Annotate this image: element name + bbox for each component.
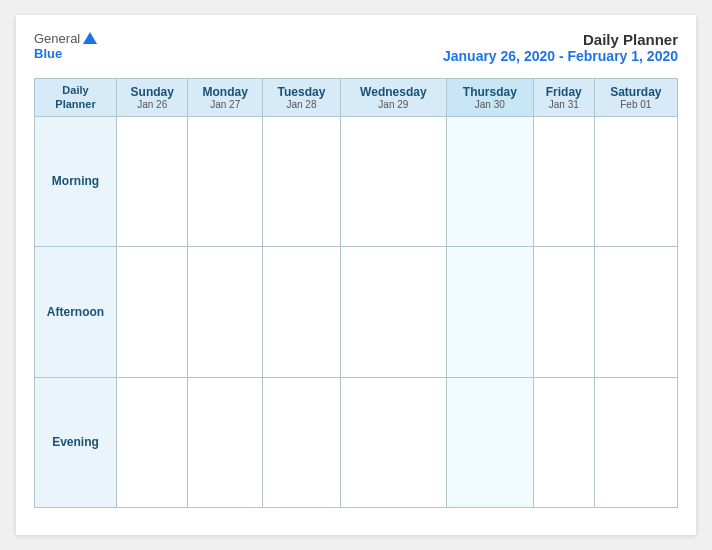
day-name-friday: Friday xyxy=(536,85,592,99)
cell-evening-wednesday[interactable] xyxy=(341,377,447,507)
th-day-tuesday: TuesdayJan 28 xyxy=(262,79,340,117)
row-afternoon: Afternoon xyxy=(35,247,678,377)
calendar-table: DailyPlanner SundayJan 26MondayJan 27Tue… xyxy=(34,78,678,508)
cell-afternoon-tuesday[interactable] xyxy=(262,247,340,377)
day-date-wednesday: Jan 29 xyxy=(343,99,444,110)
time-label-morning: Morning xyxy=(35,116,117,246)
cell-morning-tuesday[interactable] xyxy=(262,116,340,246)
th-day-thursday: ThursdayJan 30 xyxy=(446,79,533,117)
cell-evening-thursday[interactable] xyxy=(446,377,533,507)
cell-morning-thursday[interactable] xyxy=(446,116,533,246)
day-date-monday: Jan 27 xyxy=(190,99,259,110)
cell-evening-sunday[interactable] xyxy=(117,377,188,507)
page: General Blue Daily Planner January 26, 2… xyxy=(16,15,696,535)
day-name-monday: Monday xyxy=(190,85,259,99)
day-date-tuesday: Jan 28 xyxy=(265,99,338,110)
page-title: Daily Planner xyxy=(443,31,678,48)
th-day-wednesday: WednesdayJan 29 xyxy=(341,79,447,117)
cell-afternoon-thursday[interactable] xyxy=(446,247,533,377)
th-day-saturday: SaturdayFeb 01 xyxy=(594,79,677,117)
cell-evening-friday[interactable] xyxy=(533,377,594,507)
title-area: Daily Planner January 26, 2020 - Februar… xyxy=(443,31,678,64)
cell-evening-monday[interactable] xyxy=(188,377,262,507)
day-date-friday: Jan 31 xyxy=(536,99,592,110)
row-evening: Evening xyxy=(35,377,678,507)
day-date-saturday: Feb 01 xyxy=(597,99,675,110)
header-row: DailyPlanner SundayJan 26MondayJan 27Tue… xyxy=(35,79,678,117)
logo-text: General xyxy=(34,31,97,46)
cell-evening-tuesday[interactable] xyxy=(262,377,340,507)
cell-afternoon-wednesday[interactable] xyxy=(341,247,447,377)
date-range: January 26, 2020 - February 1, 2020 xyxy=(443,48,678,64)
cell-morning-sunday[interactable] xyxy=(117,116,188,246)
th-day-sunday: SundayJan 26 xyxy=(117,79,188,117)
logo-triangle-icon xyxy=(83,32,97,44)
day-name-saturday: Saturday xyxy=(597,85,675,99)
cell-morning-monday[interactable] xyxy=(188,116,262,246)
cell-afternoon-friday[interactable] xyxy=(533,247,594,377)
th-day-monday: MondayJan 27 xyxy=(188,79,262,117)
th-daily-planner: DailyPlanner xyxy=(35,79,117,117)
cell-morning-saturday[interactable] xyxy=(594,116,677,246)
day-date-thursday: Jan 30 xyxy=(449,99,531,110)
day-date-sunday: Jan 26 xyxy=(119,99,185,110)
cell-morning-friday[interactable] xyxy=(533,116,594,246)
day-name-thursday: Thursday xyxy=(449,85,531,99)
row-morning: Morning xyxy=(35,116,678,246)
day-name-tuesday: Tuesday xyxy=(265,85,338,99)
th-day-friday: FridayJan 31 xyxy=(533,79,594,117)
cell-afternoon-saturday[interactable] xyxy=(594,247,677,377)
cell-evening-saturday[interactable] xyxy=(594,377,677,507)
logo-area: General Blue xyxy=(34,31,97,61)
cell-afternoon-monday[interactable] xyxy=(188,247,262,377)
time-label-evening: Evening xyxy=(35,377,117,507)
cell-morning-wednesday[interactable] xyxy=(341,116,447,246)
day-name-sunday: Sunday xyxy=(119,85,185,99)
day-name-wednesday: Wednesday xyxy=(343,85,444,99)
cell-afternoon-sunday[interactable] xyxy=(117,247,188,377)
time-label-afternoon: Afternoon xyxy=(35,247,117,377)
header: General Blue Daily Planner January 26, 2… xyxy=(34,31,678,64)
logo-general-text: General xyxy=(34,31,80,46)
logo-blue-text: Blue xyxy=(34,46,62,61)
